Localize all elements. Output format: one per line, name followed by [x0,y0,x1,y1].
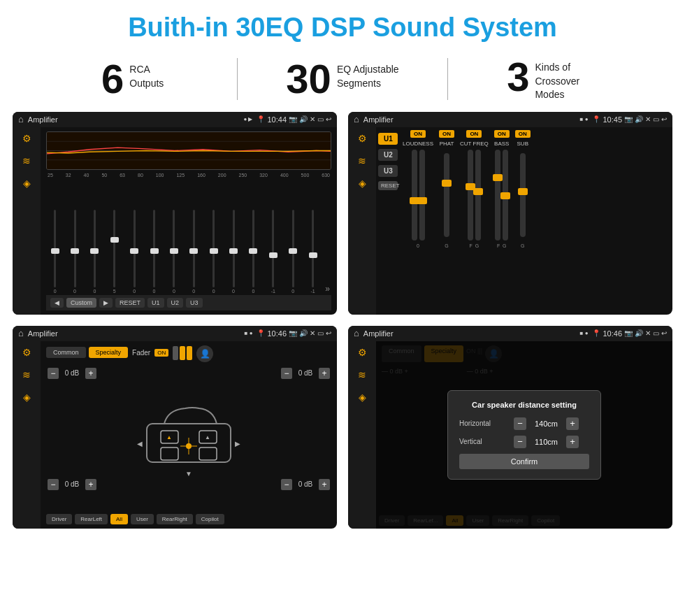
fader-on-badge[interactable]: ON [154,349,168,357]
bass-on[interactable]: ON [494,130,510,138]
vertical-minus-btn[interactable]: − [514,436,526,448]
back-icon-4[interactable]: ↩ [661,329,667,337]
equalizer-icon[interactable]: ⚙ [22,133,31,144]
all-btn[interactable]: All [110,514,128,524]
camera-icon-3: 📷 [289,329,297,337]
speaker-icon-2[interactable]: ◈ [359,178,366,189]
wave-icon-2[interactable]: ≋ [358,155,366,166]
sub-slider[interactable] [520,153,526,237]
copilot-btn[interactable]: Copilot [196,514,224,524]
screens-grid: ⌂ Amplifier ● ▶ 📍 10:44 📷 🔊 ✕ ▭ ↩ ⚙ ≋ ◈ [0,112,685,536]
fader-bar-2[interactable] [180,346,185,360]
back-icon-1[interactable]: ↩ [326,115,331,123]
loudness-slider-l[interactable] [412,150,417,241]
rect-icon-4: ▭ [653,329,659,337]
db-minus-br[interactable]: − [281,479,292,490]
u1-channel-btn[interactable]: U1 [378,133,398,145]
eq-slider-3[interactable]: 5 [106,210,123,294]
driver-btn[interactable]: Driver [46,514,72,524]
rearleft-btn[interactable]: RearLeft [75,514,108,524]
next-btn[interactable]: ▶ [99,298,113,308]
vertical-plus-btn[interactable]: + [566,436,579,448]
car-diagram-svg: ▲ ▲ ◀ ▶ ▼ [126,396,252,480]
u2-btn-1[interactable]: U2 [167,298,184,308]
u3-btn-1[interactable]: U3 [186,298,203,308]
confirm-button[interactable]: Confirm [459,454,589,469]
eq-slider-13[interactable]: -1 [304,210,322,294]
eq-icon-3[interactable]: ⚙ [22,347,31,358]
home-icon-3[interactable]: ⌂ [18,328,24,338]
cutfreq-slider-g[interactable] [475,150,481,241]
rect-icon-2: ▭ [653,115,659,123]
eq-slider-12[interactable]: 0 [284,210,302,294]
loudness-on[interactable]: ON [410,130,426,138]
eq-slider-6[interactable]: 0 [165,210,182,294]
dots-icon-2: ■ ● [580,116,589,122]
app-name-3: Amplifier [28,329,240,338]
home-icon-1[interactable]: ⌂ [18,114,24,124]
eq-slider-2[interactable]: 0 [86,210,103,294]
eq-slider-7[interactable]: 0 [185,210,203,294]
eq-slider-8[interactable]: 0 [205,210,222,294]
db-minus-bl[interactable]: − [48,479,59,490]
speaker-icon-4[interactable]: ◈ [359,392,366,403]
horizontal-minus-btn[interactable]: − [514,417,526,430]
location-icon-4: 📍 [592,329,600,337]
wave-icon[interactable]: ≋ [22,155,31,166]
home-icon-2[interactable]: ⌂ [354,114,359,124]
back-icon-3[interactable]: ↩ [326,329,331,337]
sub-label: SUB [517,141,528,147]
u3-channel-btn[interactable]: U3 [378,165,398,177]
eq-slider-9[interactable]: 0 [224,210,242,294]
horizontal-plus-btn[interactable]: + [566,417,579,430]
db-val-tr: 0 dB [294,369,317,377]
fader-bar-3[interactable] [187,346,192,360]
bass-slider-g[interactable] [503,150,508,241]
db-minus-tr[interactable]: − [281,368,292,379]
wave-icon-4[interactable]: ≋ [358,369,366,380]
db-plus-tl[interactable]: + [85,368,96,379]
fader-bar-1[interactable] [173,346,178,360]
u2-channel-btn[interactable]: U2 [378,149,398,161]
wave-icon-3[interactable]: ≋ [22,369,31,380]
stat-rca: 6 RCAOutputs [42,59,223,99]
speaker-icon[interactable]: ◈ [23,178,31,189]
sub-on[interactable]: ON [515,130,531,138]
eq-slider-5[interactable]: 0 [145,210,163,294]
eq-icon-4[interactable]: ⚙ [358,347,367,358]
user-btn-3[interactable]: User [131,514,154,524]
eq-slider-0[interactable]: 0 [46,210,64,294]
back-icon-2[interactable]: ↩ [661,115,667,123]
eq-slider-1[interactable]: 0 [66,210,83,294]
phat-on[interactable]: ON [439,130,454,138]
location-icon-2: 📍 [592,115,600,123]
speaker-icon-3[interactable]: ◈ [23,392,31,403]
rearright-btn[interactable]: RearRight [157,514,193,524]
eq-slider-11[interactable]: -1 [264,210,282,294]
u1-btn-1[interactable]: U1 [147,298,164,308]
eq-slider-4[interactable]: 0 [126,210,143,294]
bass-slider-f[interactable] [495,150,500,241]
specialty-tab[interactable]: Specialty [89,347,129,358]
phat-slider[interactable] [444,153,449,237]
loudness-slider-r[interactable] [419,150,425,241]
custom-btn[interactable]: Custom [66,298,96,308]
eq-slider-10[interactable]: 0 [245,210,262,294]
db-minus-tl[interactable]: − [48,368,59,379]
db-plus-br[interactable]: + [319,479,330,490]
db-plus-bl[interactable]: + [85,479,96,490]
cutfreq-on[interactable]: ON [466,130,482,138]
vertical-ctrl: − 110cm + [514,436,579,448]
common-tab[interactable]: Common [46,347,86,358]
profile-icon[interactable]: 👤 [196,345,213,362]
cutfreq-slider-f[interactable] [468,150,473,241]
eq-icon-2[interactable]: ⚙ [358,133,367,144]
time-2: 10:45 [603,115,622,124]
svg-rect-8 [199,447,217,460]
reset-btn-2[interactable]: RESET [378,181,398,190]
home-icon-4[interactable]: ⌂ [354,328,359,338]
reset-btn-1[interactable]: RESET [115,298,145,308]
prev-btn[interactable]: ◀ [50,298,64,308]
db-plus-tr[interactable]: + [319,368,330,379]
expand-icon[interactable]: » [324,284,331,294]
